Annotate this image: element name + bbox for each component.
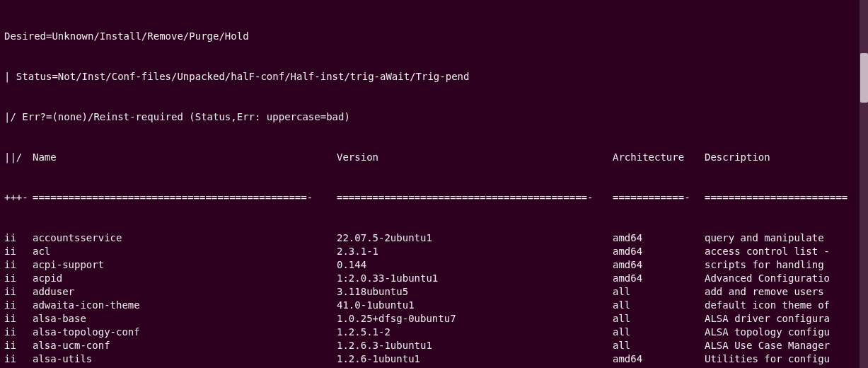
pkg-arch: all (613, 299, 705, 312)
dpkg-column-headers: ||/ Name Version Architecture Descriptio… (4, 151, 865, 164)
package-row: iiaccountsservice22.07.5-2ubuntu1amd64qu… (4, 231, 865, 245)
pkg-desc: Advanced Configuratio (705, 272, 855, 285)
pkg-desc: ALSA Use Case Manager (705, 339, 855, 352)
scrollbar-thumb[interactable] (860, 53, 868, 103)
package-row: iiacpid1:2.0.33-1ubuntu1amd64Advanced Co… (4, 272, 865, 285)
col-name: Name (33, 151, 337, 164)
pkg-name: adduser (33, 285, 337, 299)
pkg-arch: all (613, 326, 705, 339)
pkg-status: ii (4, 299, 33, 312)
pkg-arch: amd64 (613, 272, 705, 285)
pkg-desc: scripts for handling (705, 258, 855, 272)
package-row: iiadwaita-icon-theme41.0-1ubuntu1alldefa… (4, 299, 865, 312)
pkg-arch: amd64 (613, 245, 705, 258)
pkg-version: 22.07.5-2ubuntu1 (337, 231, 613, 245)
pkg-name: acpid (33, 272, 337, 285)
pkg-arch: amd64 (613, 352, 705, 366)
pkg-desc: ALSA topology configu (705, 326, 855, 339)
pkg-name: alsa-topology-conf (33, 326, 337, 339)
pkg-version: 1.2.6-1ubuntu1 (337, 352, 613, 366)
pkg-version: 1.2.6.3-1ubuntu1 (337, 339, 613, 352)
pkg-version: 0.144 (337, 258, 613, 272)
pkg-status: ii (4, 285, 33, 299)
pkg-desc: Utilities for configu (705, 352, 855, 366)
pkg-name: alsa-utils (33, 352, 337, 366)
pkg-desc: access control list - (705, 245, 855, 258)
col-arch: Architecture (613, 151, 705, 164)
pkg-version: 1:2.0.33-1ubuntu1 (337, 272, 613, 285)
pkg-arch: all (613, 312, 705, 326)
pkg-desc: add and remove users (705, 285, 855, 299)
col-version: Version (337, 151, 613, 164)
pkg-version: 1.0.25+dfsg-0ubuntu7 (337, 312, 613, 326)
pkg-status: ii (4, 326, 33, 339)
pkg-name: alsa-ucm-conf (33, 339, 337, 352)
package-row: iiacl2.3.1-1amd64access control list -> (4, 245, 865, 258)
dpkg-header-line-2: | Status=Not/Inst/Conf-files/Unpacked/ha… (4, 70, 865, 84)
pkg-status: ii (4, 272, 33, 285)
dpkg-separator: +++- ===================================… (4, 191, 865, 205)
package-row: iialsa-base1.0.25+dfsg-0ubuntu7allALSA d… (4, 312, 865, 326)
pkg-status: ii (4, 339, 33, 352)
pkg-name: accountsservice (33, 231, 337, 245)
pkg-status: ii (4, 352, 33, 366)
pkg-arch: all (613, 339, 705, 352)
pkg-arch: all (613, 285, 705, 299)
package-row: iialsa-topology-conf1.2.5.1-2allALSA top… (4, 326, 865, 339)
terminal-output[interactable]: Desired=Unknown/Install/Remove/Purge/Hol… (0, 0, 868, 368)
pkg-name: adwaita-icon-theme (33, 299, 337, 312)
pkg-status: ii (4, 231, 33, 245)
pkg-name: acl (33, 245, 337, 258)
col-desc: Description (705, 151, 865, 164)
pkg-version: 41.0-1ubuntu1 (337, 299, 613, 312)
pkg-name: acpi-support (33, 258, 337, 272)
pkg-version: 2.3.1-1 (337, 245, 613, 258)
vertical-scrollbar[interactable] (859, 0, 868, 368)
pkg-arch: amd64 (613, 258, 705, 272)
pkg-desc: default icon theme of (705, 299, 855, 312)
package-row: iialsa-utils1.2.6-1ubuntu1amd64Utilities… (4, 352, 865, 366)
pkg-status: ii (4, 258, 33, 272)
pkg-version: 3.118ubuntu5 (337, 285, 613, 299)
dpkg-header-line-1: Desired=Unknown/Install/Remove/Purge/Hol… (4, 30, 865, 43)
pkg-desc: ALSA driver configura (705, 312, 855, 326)
pkg-status: ii (4, 245, 33, 258)
package-row: iiadduser3.118ubuntu5alladd and remove u… (4, 285, 865, 299)
package-row: iiacpi-support0.144amd64scripts for hand… (4, 258, 865, 272)
dpkg-header-line-3: |/ Err?=(none)/Reinst-required (Status,E… (4, 110, 865, 124)
pkg-desc: query and manipulate (705, 231, 855, 245)
package-row: iialsa-ucm-conf1.2.6.3-1ubuntu1allALSA U… (4, 339, 865, 352)
pkg-name: alsa-base (33, 312, 337, 326)
pkg-status: ii (4, 312, 33, 326)
pkg-arch: amd64 (613, 231, 705, 245)
col-status: ||/ (4, 151, 33, 164)
pkg-version: 1.2.5.1-2 (337, 326, 613, 339)
